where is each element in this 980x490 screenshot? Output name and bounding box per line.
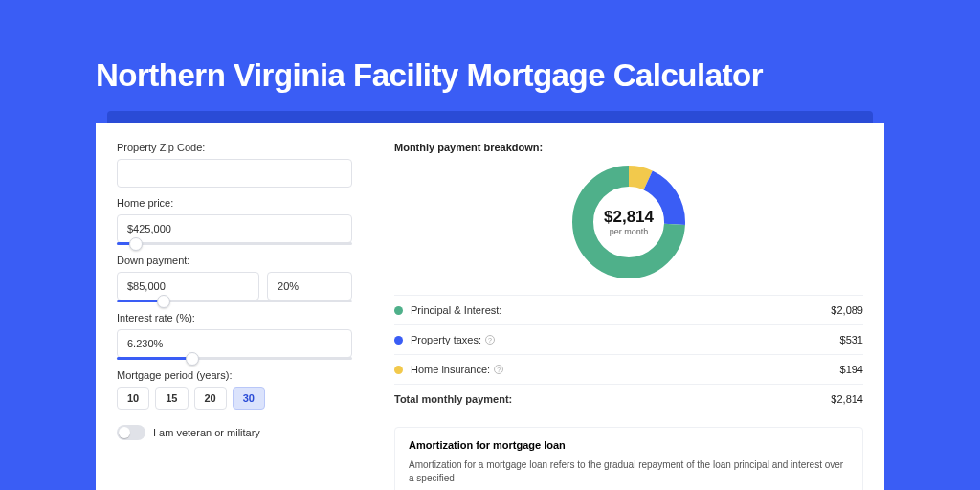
down-amount-input[interactable] [117, 272, 259, 301]
price-input[interactable] [117, 214, 352, 243]
legend-label-insurance-text: Home insurance: [411, 364, 490, 375]
veteran-toggle[interactable] [117, 425, 145, 440]
breakdown-column: Monthly payment breakdown: $2,814 per mo… [373, 122, 884, 490]
down-percent-input[interactable] [267, 272, 352, 301]
rate-slider-thumb[interactable] [186, 352, 199, 366]
info-icon[interactable]: ? [485, 335, 495, 345]
dot-icon [394, 336, 403, 345]
period-30-button[interactable]: 30 [233, 387, 265, 410]
form-column: Property Zip Code: Home price: Down paym… [96, 122, 373, 490]
amortization-title: Amortization for mortgage loan [409, 439, 849, 451]
veteran-label: I am veteran or military [153, 427, 260, 438]
period-20-button[interactable]: 20 [194, 387, 227, 410]
rate-label: Interest rate (%): [117, 312, 352, 323]
breakdown-title: Monthly payment breakdown: [394, 142, 863, 153]
dot-icon [394, 366, 403, 374]
legend-row-taxes: Property taxes: ? $531 [394, 324, 863, 354]
zip-label: Property Zip Code: [117, 142, 352, 153]
down-slider-thumb[interactable] [157, 295, 170, 308]
info-icon[interactable]: ? [494, 365, 503, 374]
amortization-box: Amortization for mortgage loan Amortizat… [394, 427, 863, 490]
payment-donut-chart: $2,814 per month [571, 165, 686, 279]
calculator-panel: Property Zip Code: Home price: Down paym… [96, 122, 884, 490]
rate-input[interactable] [117, 329, 352, 358]
legend-label-insurance: Home insurance: ? [411, 364, 840, 375]
period-10-button[interactable]: 10 [117, 387, 149, 410]
legend-label-taxes: Property taxes: ? [411, 334, 840, 345]
legend-value-taxes: $531 [840, 334, 863, 345]
period-field: Mortgage period (years): 10 15 20 30 [117, 369, 352, 410]
period-buttons: 10 15 20 30 [117, 387, 352, 410]
panel-shadow [107, 111, 873, 122]
period-15-button[interactable]: 15 [155, 387, 188, 410]
legend-value-principal: $2,089 [831, 304, 863, 316]
legend-row-principal: Principal & Interest: $2,089 [394, 295, 863, 324]
page-title: Northern Virginia Facility Mortgage Calc… [96, 57, 884, 94]
donut-value: $2,814 [604, 208, 654, 227]
donut-wrap: $2,814 per month [394, 165, 863, 279]
rate-slider[interactable] [117, 357, 352, 360]
legend-value-insurance: $194 [840, 364, 863, 375]
price-slider[interactable] [117, 242, 352, 245]
amortization-body: Amortization for a mortgage loan refers … [409, 458, 849, 485]
legend-label-taxes-text: Property taxes: [411, 334, 481, 345]
veteran-row: I am veteran or military [117, 425, 352, 440]
zip-field: Property Zip Code: [117, 142, 352, 188]
down-label: Down payment: [117, 255, 352, 266]
dot-icon [394, 306, 403, 315]
period-label: Mortgage period (years): [117, 369, 352, 381]
down-field: Down payment: [117, 255, 352, 302]
rate-field: Interest rate (%): [117, 312, 352, 360]
total-value: $2,814 [831, 393, 863, 405]
donut-subtext: per month [610, 227, 649, 236]
veteran-toggle-knob [119, 427, 130, 438]
total-label: Total monthly payment: [394, 393, 831, 405]
down-slider[interactable] [117, 300, 352, 302]
page-root: Northern Virginia Facility Mortgage Calc… [0, 0, 980, 490]
price-slider-thumb[interactable] [129, 237, 143, 251]
price-field: Home price: [117, 197, 352, 245]
price-label: Home price: [117, 197, 352, 209]
total-row: Total monthly payment: $2,814 [394, 384, 863, 413]
donut-center: $2,814 per month [571, 165, 686, 279]
rate-slider-fill [117, 357, 192, 360]
zip-input[interactable] [117, 159, 352, 188]
legend-label-principal: Principal & Interest: [411, 304, 831, 316]
legend-row-insurance: Home insurance: ? $194 [394, 354, 863, 384]
